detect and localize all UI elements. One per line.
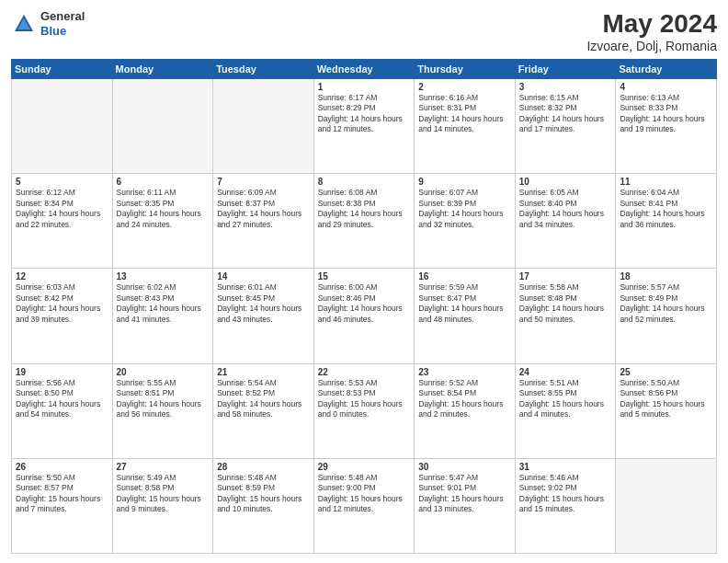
cell-details: Sunrise: 5:55 AMSunset: 8:51 PMDaylight:… [117, 378, 210, 420]
logo-general: General [40, 9, 85, 24]
day-number: 1 [318, 82, 411, 92]
calendar-week-row: 1Sunrise: 6:17 AMSunset: 8:29 PMDaylight… [12, 79, 717, 174]
calendar: Sunday Monday Tuesday Wednesday Thursday… [11, 59, 717, 554]
calendar-week-row: 5Sunrise: 6:12 AMSunset: 8:34 PMDaylight… [12, 174, 717, 269]
col-monday: Monday [112, 60, 213, 79]
cell-details: Sunrise: 5:52 AMSunset: 8:54 PMDaylight:… [418, 378, 511, 420]
calendar-week-row: 26Sunrise: 5:50 AMSunset: 8:57 PMDayligh… [12, 458, 717, 553]
day-number: 28 [217, 462, 310, 472]
table-row: 19Sunrise: 5:56 AMSunset: 8:50 PMDayligh… [12, 363, 113, 458]
day-number: 10 [519, 177, 612, 187]
table-row: 24Sunrise: 5:51 AMSunset: 8:55 PMDayligh… [515, 363, 616, 458]
cell-details: Sunrise: 5:54 AMSunset: 8:52 PMDaylight:… [217, 378, 310, 420]
table-row: 21Sunrise: 5:54 AMSunset: 8:52 PMDayligh… [213, 363, 314, 458]
cell-details: Sunrise: 6:17 AMSunset: 8:29 PMDaylight:… [318, 93, 411, 135]
cell-details: Sunrise: 5:46 AMSunset: 9:02 PMDaylight:… [519, 473, 612, 515]
cell-details: Sunrise: 5:58 AMSunset: 8:48 PMDaylight:… [519, 282, 612, 325]
table-row: 20Sunrise: 5:55 AMSunset: 8:51 PMDayligh… [112, 363, 213, 458]
day-number: 25 [620, 367, 712, 377]
table-row: 30Sunrise: 5:47 AMSunset: 9:01 PMDayligh… [415, 458, 516, 553]
day-number: 30 [418, 462, 511, 472]
cell-details: Sunrise: 6:07 AMSunset: 8:39 PMDaylight:… [418, 188, 511, 230]
day-number: 19 [16, 367, 108, 377]
page-title: May 2024 [586, 9, 717, 39]
calendar-week-row: 19Sunrise: 5:56 AMSunset: 8:50 PMDayligh… [12, 363, 717, 458]
table-row: 25Sunrise: 5:50 AMSunset: 8:56 PMDayligh… [616, 363, 717, 458]
day-number: 6 [117, 177, 210, 187]
day-number: 2 [418, 82, 511, 92]
day-number: 3 [519, 82, 612, 92]
day-number: 21 [217, 367, 310, 377]
cell-details: Sunrise: 5:48 AMSunset: 9:00 PMDaylight:… [318, 473, 411, 515]
col-thursday: Thursday [415, 60, 516, 79]
day-number: 18 [620, 271, 712, 282]
day-number: 22 [318, 367, 411, 377]
header: General Blue May 2024 Izvoare, Dolj, Rom… [11, 9, 717, 53]
table-row: 26Sunrise: 5:50 AMSunset: 8:57 PMDayligh… [12, 458, 113, 553]
cell-details: Sunrise: 6:11 AMSunset: 8:35 PMDaylight:… [117, 188, 210, 230]
day-number: 15 [318, 271, 411, 282]
table-row: 14Sunrise: 6:01 AMSunset: 8:45 PMDayligh… [213, 269, 314, 363]
table-row: 18Sunrise: 5:57 AMSunset: 8:49 PMDayligh… [616, 269, 717, 363]
col-sunday: Sunday [12, 60, 113, 79]
table-row: 28Sunrise: 5:48 AMSunset: 8:59 PMDayligh… [213, 458, 314, 553]
day-number: 26 [16, 462, 108, 472]
table-row: 10Sunrise: 6:05 AMSunset: 8:40 PMDayligh… [515, 174, 616, 269]
day-number: 31 [519, 462, 612, 472]
page-subtitle: Izvoare, Dolj, Romania [586, 39, 717, 53]
day-number: 23 [418, 367, 511, 377]
day-number: 12 [16, 271, 108, 282]
table-row: 2Sunrise: 6:16 AMSunset: 8:31 PMDaylight… [415, 79, 516, 174]
table-row [616, 458, 717, 553]
table-row: 17Sunrise: 5:58 AMSunset: 8:48 PMDayligh… [515, 269, 616, 363]
cell-details: Sunrise: 5:56 AMSunset: 8:50 PMDaylight:… [16, 378, 108, 420]
table-row: 27Sunrise: 5:49 AMSunset: 8:58 PMDayligh… [112, 458, 213, 553]
table-row: 31Sunrise: 5:46 AMSunset: 9:02 PMDayligh… [515, 458, 616, 553]
col-wednesday: Wednesday [313, 60, 415, 79]
cell-details: Sunrise: 6:01 AMSunset: 8:45 PMDaylight:… [217, 282, 310, 325]
cell-details: Sunrise: 5:57 AMSunset: 8:49 PMDaylight:… [620, 282, 712, 325]
cell-details: Sunrise: 5:50 AMSunset: 8:56 PMDaylight:… [620, 378, 712, 420]
cell-details: Sunrise: 6:09 AMSunset: 8:37 PMDaylight:… [217, 188, 310, 230]
day-number: 4 [620, 82, 712, 92]
day-number: 11 [620, 177, 712, 187]
cell-details: Sunrise: 6:13 AMSunset: 8:33 PMDaylight:… [620, 93, 712, 135]
cell-details: Sunrise: 6:04 AMSunset: 8:41 PMDaylight:… [620, 188, 712, 230]
table-row: 1Sunrise: 6:17 AMSunset: 8:29 PMDaylight… [313, 79, 415, 174]
table-row: 9Sunrise: 6:07 AMSunset: 8:39 PMDaylight… [415, 174, 516, 269]
title-block: May 2024 Izvoare, Dolj, Romania [586, 9, 717, 53]
cell-details: Sunrise: 6:02 AMSunset: 8:43 PMDaylight:… [117, 282, 210, 325]
cell-details: Sunrise: 5:48 AMSunset: 8:59 PMDaylight:… [217, 473, 310, 515]
table-row: 23Sunrise: 5:52 AMSunset: 8:54 PMDayligh… [415, 363, 516, 458]
day-number: 9 [418, 177, 511, 187]
table-row: 8Sunrise: 6:08 AMSunset: 8:38 PMDaylight… [313, 174, 415, 269]
cell-details: Sunrise: 5:47 AMSunset: 9:01 PMDaylight:… [418, 473, 511, 515]
calendar-header-row: Sunday Monday Tuesday Wednesday Thursday… [12, 60, 717, 79]
table-row: 11Sunrise: 6:04 AMSunset: 8:41 PMDayligh… [616, 174, 717, 269]
table-row: 13Sunrise: 6:02 AMSunset: 8:43 PMDayligh… [112, 269, 213, 363]
table-row [213, 79, 314, 174]
cell-details: Sunrise: 6:12 AMSunset: 8:34 PMDaylight:… [16, 188, 108, 230]
col-friday: Friday [515, 60, 616, 79]
day-number: 8 [318, 177, 411, 187]
cell-details: Sunrise: 5:51 AMSunset: 8:55 PMDaylight:… [519, 378, 612, 420]
cell-details: Sunrise: 5:59 AMSunset: 8:47 PMDaylight:… [418, 282, 511, 325]
calendar-week-row: 12Sunrise: 6:03 AMSunset: 8:42 PMDayligh… [12, 269, 717, 363]
cell-details: Sunrise: 6:15 AMSunset: 8:32 PMDaylight:… [519, 93, 612, 135]
day-number: 14 [217, 271, 310, 282]
table-row: 7Sunrise: 6:09 AMSunset: 8:37 PMDaylight… [213, 174, 314, 269]
table-row: 4Sunrise: 6:13 AMSunset: 8:33 PMDaylight… [616, 79, 717, 174]
table-row: 29Sunrise: 5:48 AMSunset: 9:00 PMDayligh… [313, 458, 415, 553]
logo: General Blue [11, 9, 85, 38]
logo-blue: Blue [40, 24, 85, 39]
day-number: 27 [117, 462, 210, 472]
day-number: 20 [117, 367, 210, 377]
day-number: 16 [418, 271, 511, 282]
cell-details: Sunrise: 6:16 AMSunset: 8:31 PMDaylight:… [418, 93, 511, 135]
day-number: 24 [519, 367, 612, 377]
page: General Blue May 2024 Izvoare, Dolj, Rom… [0, 0, 728, 563]
table-row: 15Sunrise: 6:00 AMSunset: 8:46 PMDayligh… [313, 269, 415, 363]
table-row [12, 79, 113, 174]
day-number: 7 [217, 177, 310, 187]
col-tuesday: Tuesday [213, 60, 314, 79]
